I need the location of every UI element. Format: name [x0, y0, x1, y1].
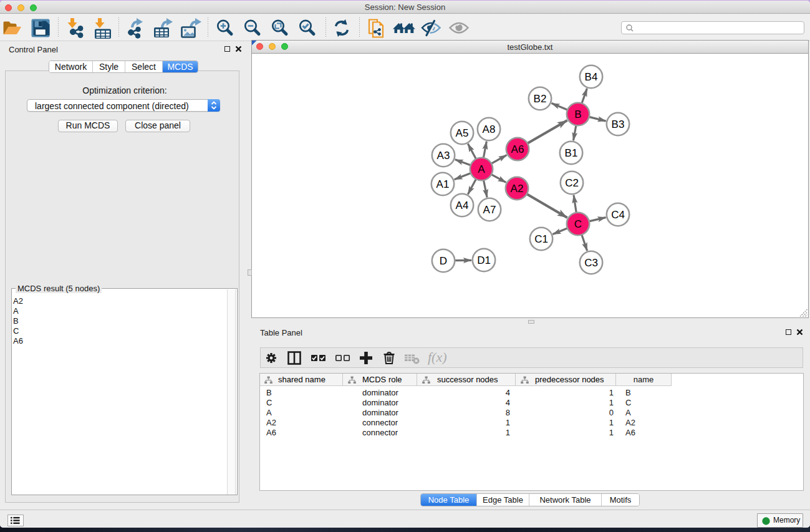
svg-text:B4: B4 — [585, 71, 598, 83]
svg-text:B: B — [574, 109, 581, 120]
svg-text:A6: A6 — [511, 143, 524, 155]
svg-text:C1: C1 — [534, 233, 548, 245]
svg-text:D: D — [440, 255, 447, 267]
svg-text:A3: A3 — [437, 150, 450, 162]
svg-text:C: C — [574, 218, 582, 230]
svg-text:A1: A1 — [436, 178, 450, 190]
svg-text:A4: A4 — [456, 200, 469, 211]
svg-text:A5: A5 — [456, 127, 469, 139]
svg-text:B1: B1 — [565, 147, 578, 159]
svg-text:A: A — [478, 163, 485, 175]
svg-text:C3: C3 — [584, 257, 598, 269]
svg-text:B3: B3 — [612, 118, 625, 130]
svg-text:C2: C2 — [565, 177, 579, 189]
svg-text:A8: A8 — [483, 123, 496, 135]
svg-text:D1: D1 — [477, 254, 491, 266]
svg-text:B2: B2 — [534, 93, 547, 105]
svg-text:A7: A7 — [483, 204, 496, 216]
svg-text:A2: A2 — [511, 183, 524, 195]
svg-text:C4: C4 — [611, 209, 625, 221]
